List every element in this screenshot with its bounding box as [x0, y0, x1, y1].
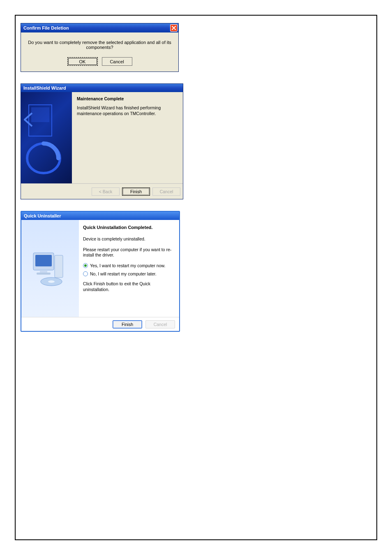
finish-button[interactable]: Finish [113, 320, 142, 328]
close-icon[interactable] [170, 24, 178, 32]
confirm-file-deletion-dialog: Confirm File Deletion Do you want to com… [21, 23, 179, 72]
radio-label: Yes, I want to restart my computer now. [90, 263, 165, 268]
svg-rect-6 [37, 273, 51, 275]
cancel-button: Cancel [145, 320, 175, 328]
radio-icon [83, 263, 88, 268]
radio-restart-now[interactable]: Yes, I want to restart my computer now. [83, 263, 175, 268]
dialog-content: Quick Uninstallation Completed. Device i… [79, 220, 179, 317]
ok-button[interactable]: OK [67, 57, 98, 66]
radio-icon [83, 271, 88, 276]
dialog-body: Maintenance Complete InstallShield Wizar… [21, 92, 183, 183]
finish-button[interactable]: Finish [122, 187, 150, 196]
dialog-title: InstallShield Wizard [23, 86, 66, 90]
svg-rect-4 [35, 255, 52, 266]
back-button: < Back [92, 187, 120, 196]
wizard-sidebar-image [21, 92, 72, 183]
installshield-wizard-dialog: InstallShield Wizard Maintenance Complet… [21, 83, 183, 199]
dialog-footer: < Back Finish Cancel [21, 183, 183, 199]
wizard-heading: Maintenance Complete [77, 96, 178, 101]
radio-label: No, I will restart my computer later. [90, 271, 157, 276]
dialog-message: Do you want to completely remove the sel… [26, 40, 173, 50]
dialog-title: Confirm File Deletion [23, 25, 69, 30]
radio-restart-later[interactable]: No, I will restart my computer later. [83, 271, 175, 276]
dialog-content: Maintenance Complete InstallShield Wizar… [72, 92, 183, 183]
dialog-buttons: OK Cancel [26, 57, 173, 66]
cancel-button: Cancel [152, 187, 180, 196]
svg-point-9 [48, 280, 55, 283]
dialog-titlebar: Confirm File Deletion [21, 23, 178, 32]
svg-rect-5 [40, 270, 47, 273]
dialog-title: Quick Uninstaller [24, 213, 61, 218]
wizard-sidebar-image [21, 220, 79, 317]
wizard-body-text: InstallShield Wizard has finished perfor… [77, 105, 178, 116]
svg-rect-7 [55, 255, 63, 278]
dialog-titlebar: InstallShield Wizard [21, 84, 183, 92]
wizard-heading: Quick Uninstallation Completed. [83, 225, 175, 230]
document-page: Confirm File Deletion Do you want to com… [15, 15, 377, 540]
dialog-titlebar: Quick Uninstaller [21, 212, 179, 220]
cancel-button[interactable]: Cancel [102, 57, 132, 66]
quick-uninstaller-dialog: Quick Uninstaller Quick Uninstallation C… [21, 211, 180, 332]
wizard-text-2: Please restart your computer if you want… [83, 247, 175, 258]
dialog-footer: Finish Cancel [21, 317, 179, 331]
wizard-text-1: Device is completely uninstalled. [83, 236, 175, 242]
wizard-text-3: Click Finish button to exit the Quick un… [83, 281, 175, 292]
svg-rect-1 [31, 107, 49, 122]
dialog-body: Quick Uninstallation Completed. Device i… [21, 220, 179, 317]
dialog-body: Do you want to completely remove the sel… [21, 32, 178, 72]
